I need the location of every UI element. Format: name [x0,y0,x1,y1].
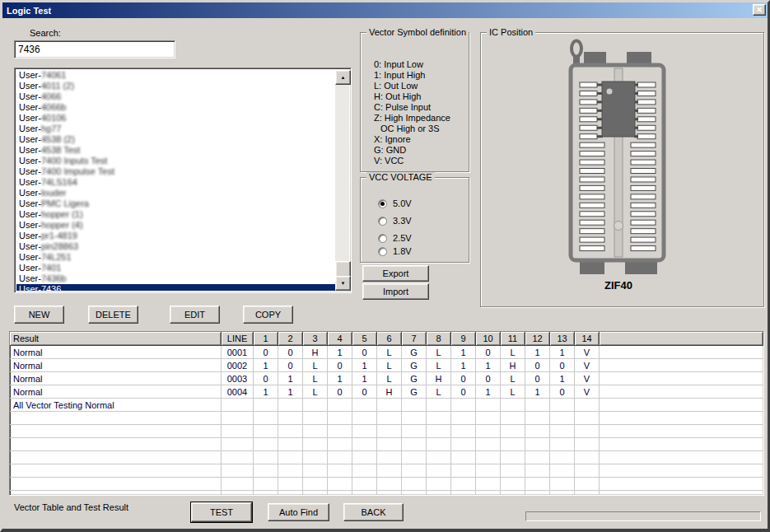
column-header-pin[interactable]: 11 [501,332,525,346]
list-item-selected[interactable]: User-7436 [16,284,335,291]
column-header-line[interactable]: LINE [222,332,254,346]
radio-icon[interactable] [378,199,387,208]
result-cell: Normal [10,359,222,372]
list-item[interactable]: User-pin28863 [16,241,335,252]
table-row[interactable]: Normal000411L00HGL01L10V [10,385,763,399]
scroll-up-button[interactable]: ▲ [335,70,351,85]
pin-slot-right [631,237,656,242]
table-empty-row[interactable] [10,478,763,491]
vcc-option-3.3V[interactable]: 3.3V [378,215,412,226]
list-item[interactable]: User-74061 [16,70,335,81]
column-header-pin[interactable]: 10 [476,332,501,346]
pin-value-cell [254,464,278,478]
vector-symbol-line: 1: Input High [361,70,469,81]
table-empty-row[interactable] [10,438,763,451]
delete-button[interactable]: DELETE [88,306,138,324]
pin-value-cell [525,464,550,478]
column-header-pin[interactable]: 14 [575,332,600,346]
search-input[interactable] [14,40,175,58]
result-table[interactable]: ResultLINE1234567891011121314Normal00010… [9,331,764,496]
column-header-pin[interactable]: 1 [254,332,278,346]
list-item[interactable]: User-pr1-4819 [16,231,335,241]
list-item[interactable]: User-4538 (2) [16,134,335,145]
table-row[interactable]: Normal000210L01LGL11H00V [10,359,763,372]
list-item[interactable]: User-4011 (2) [16,81,335,91]
vcc-option-5.0V[interactable]: 5.0V [378,198,412,209]
list-item-blurred-text: 4066 [41,91,61,101]
column-header-pin[interactable]: 7 [402,332,427,346]
table-empty-row[interactable] [10,464,763,478]
list-item[interactable]: User-PMC Ligera [16,198,335,209]
column-header-pin[interactable]: 5 [352,332,377,346]
list-item[interactable]: User-louder [16,188,335,198]
pin-value-cell: H [501,359,525,372]
pin-value-cell [402,478,427,491]
vector-symbol-line: Z: High Impedance [361,113,469,124]
column-header-result[interactable]: Result [10,332,222,346]
column-header-pin[interactable]: 3 [303,332,328,346]
edit-button[interactable]: EDIT [170,306,220,324]
new-button[interactable]: NEW [14,306,64,324]
export-button[interactable]: Export [362,265,429,282]
pin-value-cell: L [501,372,525,385]
pin-value-cell [278,491,303,496]
table-summary-row[interactable]: All Vector Testing Normal [10,399,763,412]
pin-value-cell [550,412,575,425]
import-button[interactable]: Import [362,283,429,300]
pin-value-cell [476,464,501,478]
column-header-pin[interactable]: 8 [427,332,451,346]
list-item[interactable]: User-74L251 [16,252,335,263]
column-header-pin[interactable]: 6 [377,332,402,346]
back-button[interactable]: BACK [343,503,404,521]
list-item-blurred-text: 74061 [41,70,67,80]
vcc-voltage-groupbox: VCC VOLTAGE 5.0V3.3V2.5V1.8V [360,177,469,263]
list-item[interactable]: User-hg77 [16,124,335,134]
radio-icon[interactable] [378,247,387,256]
vcc-option-2.5V[interactable]: 2.5V [378,232,412,244]
radio-icon[interactable] [378,217,387,226]
table-row[interactable]: Normal000301L11LGH00L01V [10,372,763,385]
column-header-pin[interactable]: 2 [278,332,303,346]
pin-value-cell [377,412,402,425]
pin-value-cell [575,464,600,478]
close-button[interactable]: ✕ [753,4,766,16]
list-item-blurred-text: 74LS164 [41,177,77,187]
list-item[interactable]: User-hopper (1) [16,209,335,220]
table-row[interactable]: Normal000100H10LGL10L11V [10,346,763,359]
list-item[interactable]: User-4066 [16,91,335,102]
list-item[interactable]: User-4538 Test [16,145,335,156]
pin-value-cell: H [377,385,402,399]
auto-find-button[interactable]: Auto Find [268,503,329,521]
scrollbar-thumb[interactable] [335,261,351,278]
list-scrollbar[interactable]: ▲ ▼ [335,70,349,291]
pin-value-cell: 1 [525,346,550,359]
list-item[interactable]: User-7400 Inputs Test [16,156,335,166]
table-empty-row[interactable] [10,412,763,425]
pin-value-cell [575,438,600,451]
column-header-pin[interactable]: 9 [451,332,476,346]
list-item-prefix: User- [19,156,41,166]
list-item[interactable]: User-7436b [16,273,335,284]
list-item[interactable]: User-4066b [16,102,335,113]
table-empty-row[interactable] [10,451,763,464]
test-button[interactable]: TEST [191,502,252,522]
list-item[interactable]: User-74LS164 [16,177,335,188]
table-empty-row[interactable] [10,491,763,496]
list-item[interactable]: User-7401 [16,263,335,273]
list-item[interactable]: User-hopper (4) [16,220,335,231]
preset-list[interactable]: User-74061User-4011 (2)User-4066User-406… [14,68,352,293]
column-header-pin[interactable]: 12 [525,332,550,346]
radio-icon[interactable] [378,234,387,243]
scroll-down-button[interactable]: ▼ [335,276,351,291]
list-item[interactable]: User-7400 Impulse Test [16,166,335,177]
copy-button[interactable]: COPY [243,306,293,324]
list-item[interactable]: User-40106 [16,113,335,124]
pin-value-cell: L [427,346,451,359]
column-header-pin[interactable]: 13 [550,332,575,346]
list-item-blurred-text: 4538 (2) [41,134,75,144]
vcc-option-1.8V[interactable]: 1.8V [378,245,412,257]
pin-slot-left [580,212,604,217]
result-cell: All Vector Testing Normal [10,399,222,412]
column-header-pin[interactable]: 4 [328,332,352,346]
table-empty-row[interactable] [10,425,763,438]
